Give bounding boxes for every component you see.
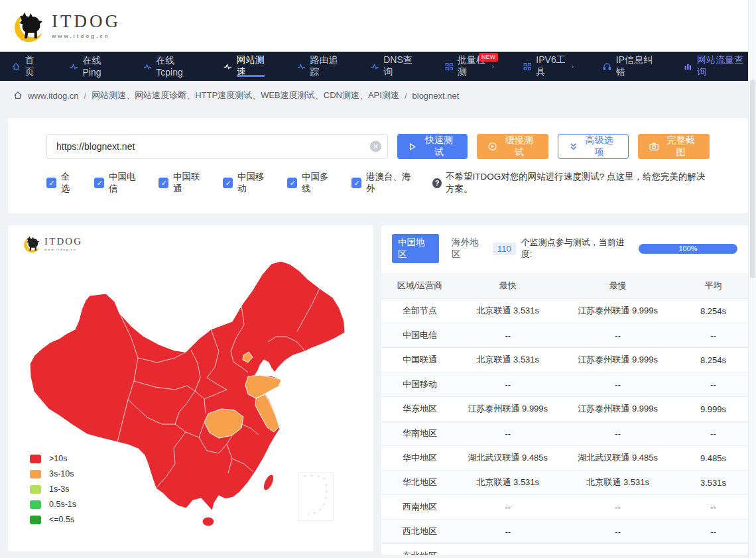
main-nav: 首页 在线Ping 在线Tcping 网站测速 路由追踪 DNS查询 批量检测 … [0, 52, 756, 81]
table-row[interactable]: 东北地区------ [381, 544, 748, 555]
nav-item-ipv6-tools[interactable]: IPV6工具 › [523, 52, 574, 81]
table-row[interactable]: 中国移动------ [381, 372, 748, 397]
checkbox-icon[interactable] [287, 178, 297, 188]
progress-label: 100% [639, 244, 737, 254]
table-row[interactable]: 中国联通北京联通 3.531s江苏泰州联通 9.999s8.254s [381, 348, 748, 372]
nav-label: IPV6工具 [536, 54, 568, 78]
url-input[interactable] [46, 134, 388, 159]
checkbox-hmt-overseas[interactable]: 港澳台、海外 [351, 171, 415, 195]
itdog-logo[interactable]: ITDOG www.itdog.cn [12, 8, 121, 44]
progress-bar: 100% [639, 244, 737, 254]
tab-overseas-region[interactable]: 海外地区 [446, 234, 493, 263]
checkbox-icon[interactable] [223, 178, 233, 188]
legend-swatch-lightgreen [30, 485, 41, 494]
nav-item-ip-correction[interactable]: IP信息纠错 [603, 52, 655, 81]
col-fastest: 最快 [458, 273, 557, 299]
checkbox-icon[interactable] [46, 178, 56, 188]
nav-item-batch-check[interactable]: 批量检测 › NEW [445, 52, 494, 81]
nav-item-traceroute[interactable]: 路由追踪 [297, 52, 342, 81]
south-china-sea-inset [298, 472, 334, 521]
breadcrumb-home[interactable]: www.itdog.cn [28, 91, 79, 101]
legend-swatch-green [30, 500, 41, 509]
checkbox-china-unicom[interactable]: 中国联通 [158, 171, 206, 195]
checkbox-select-all[interactable]: 全选 [46, 171, 77, 195]
nav-item-traffic-query[interactable]: 网站流量查询 [684, 52, 744, 81]
nav-label: 首页 [25, 54, 40, 78]
legend-label: 3s-10s [49, 469, 74, 478]
opt-out-help-text: 不希望ITDOG对您的网站进行速度测试? 点这里，给您完美的解决方案。 [446, 171, 710, 195]
play-circle-icon [488, 142, 497, 151]
table-row[interactable]: 华东地区江苏泰州联通 9.999s江苏泰州联通 9.999s9.999s [381, 397, 748, 421]
table-row[interactable]: 西南地区------ [381, 495, 748, 520]
legend-label: >10s [49, 454, 67, 463]
home-icon [12, 62, 21, 72]
legend-swatch-red [30, 455, 41, 463]
checkbox-label: 中国移动 [237, 171, 270, 195]
map-legend: >10s 3s-10s 1s-3s 0.5s-1s <=0.5s [30, 454, 76, 524]
table-row[interactable]: 华南地区------ [381, 421, 748, 446]
legend-label: <=0.5s [49, 515, 74, 524]
table-row[interactable]: 华中地区湖北武汉联通 9.485s湖北武汉联通 9.485s9.485s [381, 446, 748, 471]
checkbox-icon[interactable] [94, 178, 104, 188]
grid-icon [445, 62, 453, 72]
checkbox-label: 中国多线 [302, 171, 334, 195]
table-header-row: 区域/运营商 最快 最慢 平均 [381, 273, 748, 299]
chevron-right-icon: › [571, 62, 574, 70]
opt-out-help[interactable]: ? 不希望ITDOG对您的网站进行速度测试? 点这里，给您完美的解决方案。 [432, 171, 710, 195]
col-region-operator: 区域/运营商 [381, 273, 458, 299]
map-watermark-logo: ITDOG www.itdog.cn [23, 234, 82, 254]
nav-item-home[interactable]: 首页 [12, 52, 40, 81]
url-input-wrap: ✕ [46, 134, 388, 159]
monitor-count-text: 个监测点参与测试，当前进度: [521, 237, 633, 260]
bar-chart-icon [684, 62, 692, 72]
checkbox-china-telecom[interactable]: 中国电信 [94, 171, 141, 195]
checkbox-icon[interactable] [158, 178, 168, 188]
advanced-options-button[interactable]: 高级选项 [558, 134, 629, 159]
nav-item-tcping[interactable]: 在线Tcping [143, 52, 194, 81]
full-screenshot-button[interactable]: 完整截图 [638, 134, 710, 159]
col-slowest: 最慢 [557, 273, 678, 299]
nav-item-website-speedtest[interactable]: 网站测速 [223, 52, 268, 81]
play-icon [409, 142, 416, 151]
table-row[interactable]: 华北地区北京联通 3.531s北京联通 3.531s3.531s [381, 471, 748, 495]
camera-icon [649, 142, 659, 151]
checkbox-label: 全选 [61, 171, 77, 195]
table-row[interactable]: 全部节点北京联通 3.531s江苏泰州联通 9.999s8.254s [381, 299, 748, 323]
home-icon [13, 91, 23, 100]
clear-input-icon[interactable]: ✕ [370, 141, 381, 152]
headphones-icon [603, 62, 611, 72]
fast-test-button[interactable]: 快速测试 [397, 134, 468, 159]
double-chevron-down-icon [570, 142, 577, 151]
tab-china-region[interactable]: 中国地区 [392, 234, 439, 263]
breadcrumb-section[interactable]: 网站测速、网站速度诊断、HTTP速度测试、WEB速度测试、CDN测速、API测速 [92, 89, 399, 101]
checkbox-china-multiline[interactable]: 中国多线 [287, 171, 334, 195]
pulse-icon [371, 62, 379, 72]
checkbox-icon[interactable] [351, 178, 361, 188]
nav-label: 网站测速 [237, 54, 268, 78]
nav-label: 路由追踪 [310, 54, 341, 78]
checkbox-label: 中国电信 [109, 171, 141, 195]
page-scrollbar[interactable] [748, 0, 756, 558]
checkbox-china-mobile[interactable]: 中国移动 [223, 171, 270, 195]
pulse-icon [223, 62, 232, 72]
page-header: ITDOG www.itdog.cn [0, 0, 756, 52]
slow-test-button[interactable]: 缓慢测试 [477, 134, 548, 159]
brand-domain: www.itdog.cn [52, 33, 121, 39]
advanced-options-label: 高级选项 [582, 135, 617, 158]
table-row[interactable]: 西北地区------ [381, 520, 748, 544]
nav-label: 网站流量查询 [697, 54, 744, 78]
china-map-card: ITDOG www.itdog.cn >10s 3s-10s 1s-3s 0.5… [8, 225, 373, 551]
results-header: 中国地区 海外地区 110 个监测点参与测试，当前进度: 100% [381, 225, 748, 270]
results-card: 中国地区 海外地区 110 个监测点参与测试，当前进度: 100% 区域/运营商… [381, 225, 748, 555]
nav-item-ping[interactable]: 在线Ping [70, 52, 114, 81]
results-table: 区域/运营商 最快 最慢 平均 全部节点北京联通 3.531s江苏泰州联通 9.… [381, 273, 748, 555]
legend-label: 0.5s-1s [49, 500, 76, 509]
speedtest-form-card: ✕ 快速测试 缓慢测试 高级选项 完整截图 全选 中国电信 中国联 [8, 118, 748, 213]
legend-swatch-darkgreen [30, 516, 41, 524]
table-row[interactable]: 中国电信------ [381, 323, 748, 348]
legend-item: >10s [30, 454, 76, 463]
scrollbar-thumb[interactable] [750, 80, 755, 278]
fast-test-label: 快速测试 [421, 135, 456, 158]
legend-item: 3s-10s [30, 469, 76, 478]
nav-item-dns-query[interactable]: DNS查询 [371, 52, 416, 81]
